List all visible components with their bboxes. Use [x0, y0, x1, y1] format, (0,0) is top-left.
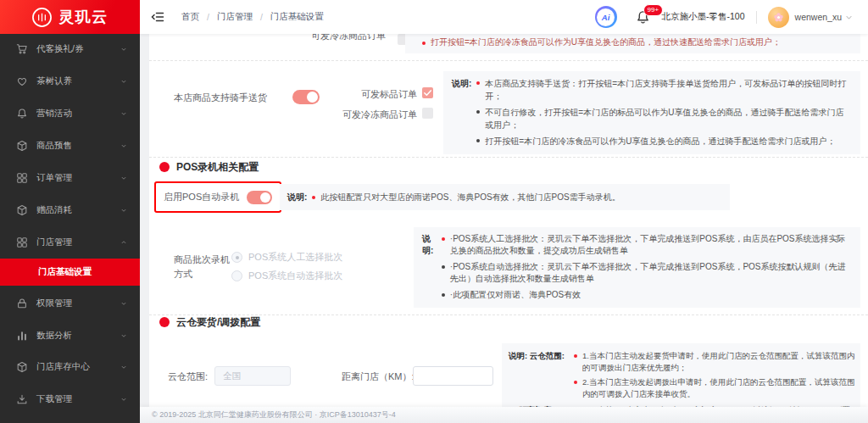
sidebar-item-permissions[interactable]: 权限管理 [0, 287, 140, 320]
frozen-order-label: 可发冷冻商品订单 [303, 109, 417, 121]
copyright-text: © 2019-2025 北京同仁堂健康药业股份有限公司 · 京ICP备13010… [152, 409, 396, 420]
distance-label: 距离门店（KM）: [342, 370, 415, 383]
flower-icon [772, 11, 785, 24]
standard-order-checkbox-checked[interactable] [422, 87, 433, 98]
note-bullet-text: 1.当本门店主动发起要货申请时，使用此门店的云仓范围配置，试算该范围内的可调拨出… [582, 350, 855, 373]
note-label: 说明: 云仓范围: [509, 350, 570, 399]
clipped-note-text: 打开按钮=本门店的冷冻食品可以作为U享值兑换仓的商品，通过快速配送给需求门店或用… [431, 36, 781, 48]
sidebar-item-analytics[interactable]: 数据分析 [0, 320, 140, 352]
pos-auto-record-toggle-on[interactable] [247, 191, 272, 204]
breadcrumb-separator: / [260, 12, 263, 22]
bullet-dot [422, 42, 426, 45]
heart-icon [16, 75, 28, 87]
bullet-dot [476, 139, 480, 142]
chevron-down-icon [120, 77, 128, 86]
cube-icon [16, 204, 28, 216]
note-bullets: ·POS系统人工选择批次：灵玑云下单不选择批次，下单完成推送到POS系统，由店员… [442, 233, 850, 301]
sidebar-item-orders[interactable]: 订单管理 [0, 162, 140, 194]
grid-icon [16, 237, 28, 248]
sidebar-item-gift-consume[interactable]: 赠品消耗 [0, 194, 140, 226]
note-bullet-text: ·POS系统人工选择批次：灵玑云下单不选择批次，下单完成推送到POS系统，由店员… [450, 233, 850, 257]
notifications-button[interactable]: 99+ [636, 10, 650, 25]
section-divider [149, 157, 868, 158]
sidebar-item-label: 赠品消耗 [36, 204, 120, 216]
note-bullet-text: 2.当本门店主动发起调拨出申请时，使用此门店的云仓范围配置，试算该范围内的可调拨… [582, 376, 855, 399]
breadcrumb-separator: / [207, 12, 209, 22]
bullet-dot [574, 381, 577, 384]
clipped-note-box: 打开按钮=本门店的冷冻食品可以作为U享值兑换仓的商品，通过快速配送给需求门店或用… [405, 34, 860, 53]
username[interactable]: wenwen_xu [795, 12, 842, 22]
radio-auto-batch[interactable]: POS系统自动选择批次 [231, 270, 342, 282]
sidebar: 灵玑云 代客换礼/券 茶树认养 营销活动 商品预售 订单管理 赠品消耗 门店管理… [0, 0, 140, 423]
breadcrumb-home[interactable]: 首页 [181, 11, 199, 23]
sidebar-item-tea-adoption[interactable]: 茶树认养 [0, 65, 140, 97]
rider-delivery-label: 本店商品支持骑手送货 [174, 92, 267, 104]
chevron-down-icon [120, 45, 128, 53]
avatar[interactable] [768, 7, 789, 28]
check-icon [422, 87, 433, 98]
sidebar-item-marketing[interactable]: 营销活动 [0, 97, 140, 130]
breadcrumb-section[interactable]: 门店管理 [217, 11, 253, 23]
chevron-down-icon [120, 395, 128, 404]
sidebar-item-downloads[interactable]: 下载管理 [0, 383, 140, 415]
chevron-down-icon [120, 363, 128, 371]
sidebar-item-label: 营销活动 [36, 108, 120, 120]
bullet-dot [442, 293, 445, 297]
sidebar-item-label: 下载管理 [36, 393, 120, 405]
bullet-dot [476, 81, 480, 85]
header-right: Ai 99+ 北京施小墨-零售-100 wenwen_xu [595, 6, 868, 28]
chevron-down-icon [120, 331, 128, 340]
sidebar-item-label: 茶树认养 [36, 75, 120, 87]
grid-icon [16, 172, 28, 184]
chevron-down-icon[interactable] [845, 14, 853, 21]
notification-count-badge: 99+ [643, 4, 664, 16]
download-icon [16, 393, 28, 405]
note-label: 说明: [422, 233, 437, 301]
radio-manual-batch[interactable]: POS系统人工选择批次 [231, 251, 342, 264]
chevron-down-icon [120, 206, 128, 214]
sidebar-item-store-inventory[interactable]: 门店库存中心 [0, 351, 140, 383]
note-bullet-text: 打开按钮=本门店的冷冻食品可以作为U享值兑换仓的商品，通过骑手配送给需求门店或用… [485, 135, 835, 147]
section-bullet-icon [159, 162, 170, 172]
batch-method-label: 商品批次录机方式 [174, 253, 233, 281]
sidebar-item-store-management[interactable]: 门店管理 [0, 226, 140, 259]
bar-chart-icon [16, 330, 28, 342]
cloud-range-label: 云仓范围: [168, 370, 208, 383]
bullet-dot [442, 237, 445, 241]
ai-assistant-button[interactable]: Ai [595, 6, 617, 28]
footer: © 2019-2025 北京同仁堂健康药业股份有限公司 · 京ICP备13010… [140, 407, 868, 423]
pos-section-title: POS录机相关配置 [176, 160, 259, 175]
sidebar-item-gift-exchange[interactable]: 代客换礼/券 [0, 33, 140, 65]
chevron-down-icon [120, 299, 128, 308]
cloud-note-box: 说明: 云仓范围: 1.当本门店主动发起要货申请时，使用此门店的云仓范围配置，试… [502, 343, 860, 407]
cloud-range-value: 全国 [223, 370, 241, 382]
note-bullets: 1.当本门店主动发起要货申请时，使用此门店的云仓范围配置，试算该范围内的可调拨出… [574, 350, 855, 399]
note-bullet-text: 此按钮配置只对大型店的雨诺POS、海典POS有效，其他门店POS需手动录机。 [320, 192, 620, 203]
bullet-dot [574, 354, 577, 358]
frozen-order-checkbox[interactable] [422, 108, 433, 119]
sidebar-item-label: 门店库存中心 [36, 361, 120, 373]
bullet-dot [312, 196, 315, 199]
rider-delivery-toggle-on[interactable] [292, 90, 320, 104]
sidebar-item-label: 门店管理 [36, 237, 120, 248]
collapse-sidebar-icon[interactable] [151, 10, 164, 24]
sidebar-item-presale[interactable]: 商品预售 [0, 130, 140, 162]
pos-auto-record-label: 启用POS自动录机 [164, 191, 247, 203]
submenu-label: 门店基础设置 [38, 266, 92, 278]
sidebar-item-store-basic-settings[interactable]: 门店基础设置 [0, 259, 140, 286]
section-bullet-icon [159, 317, 170, 327]
breadcrumb: 首页 / 门店管理 / 门店基础设置 [181, 11, 324, 23]
bullet-dot [442, 265, 445, 269]
chevron-down-icon [120, 109, 128, 118]
cloud-range-input-disabled[interactable]: 全国 [214, 366, 291, 386]
chevron-up-icon [120, 238, 128, 247]
note-bullets: 本店商品支持骑手送货：打开按钮=本门店支持骑手接单送货给用户，可发标品订单的按钮… [476, 77, 852, 147]
pos-note-box: 说明: 此按钮配置只对大型店的雨诺POS、海典POS有效，其他门店POS需手动录… [280, 184, 730, 210]
note-label: 说明: [287, 192, 307, 203]
cube-icon [16, 361, 28, 373]
bullet-dot [476, 110, 480, 114]
distance-input[interactable] [413, 366, 493, 386]
radio-label: POS系统人工选择批次 [248, 251, 342, 264]
note-bullet-text: 本店商品支持骑手送货：打开按钮=本门店支持骑手接单送货给用户，可发标品订单的按钮… [485, 77, 852, 103]
settings-panel: 可发冷冻商品订单 打开按钮=本门店的冷冻食品可以作为U享值兑换仓的商品，通过快速… [149, 34, 868, 407]
